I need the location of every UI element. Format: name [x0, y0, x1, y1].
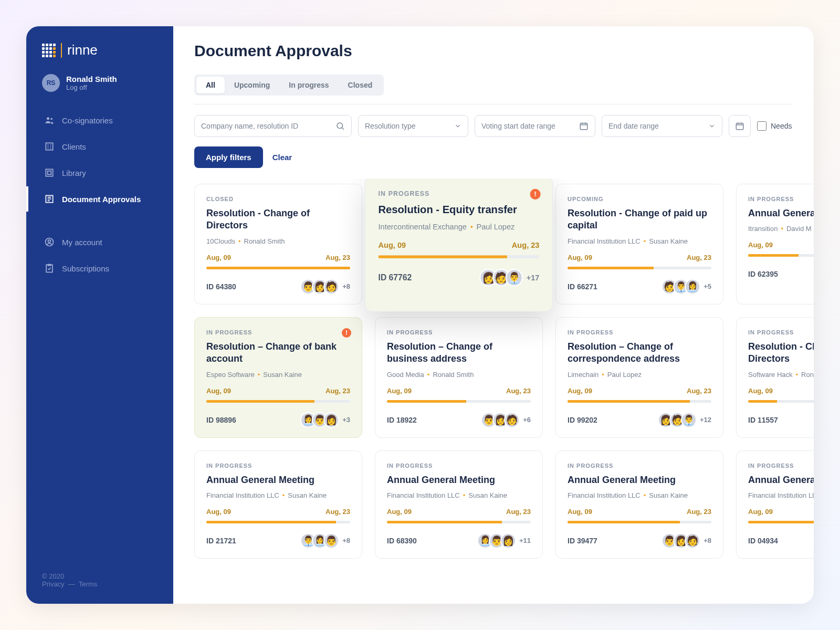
card-id: ID 62395 [748, 270, 778, 278]
card-id: ID 04934 [748, 537, 778, 545]
clear-filters-button[interactable]: Clear [272, 146, 292, 168]
terms-link[interactable]: Terms [79, 580, 97, 588]
calendar-button[interactable] [729, 115, 751, 137]
card-id: ID 11557 [748, 416, 778, 424]
chevron-down-icon [454, 122, 461, 130]
sidebar-item-cosignatories[interactable]: Co-signatories [26, 108, 173, 133]
date-range: Aug, 09Aug, 23 [748, 241, 814, 249]
sidebar-item-document-approvals[interactable]: Document Approvals [26, 186, 173, 212]
approval-card[interactable]: IN PROGRESS Resolution – Change of busin… [375, 317, 543, 438]
filter-actions: Apply filters Clear [173, 142, 814, 178]
needs-checkbox[interactable]: Needs [757, 115, 792, 137]
logo: rinne [26, 42, 173, 74]
status-label: IN PROGRESS [206, 463, 350, 469]
more-count: +8 [342, 537, 350, 544]
copyright: © 2020 [42, 572, 158, 580]
tab-upcoming[interactable]: Upcoming [225, 77, 279, 93]
card-id: ID 21721 [206, 537, 236, 545]
date-range: Aug, 09Aug, 23 [748, 387, 814, 395]
apply-filters-button[interactable]: Apply filters [194, 146, 263, 168]
search-input[interactable]: Company name, resolution ID [194, 115, 352, 137]
nav-label: Co-signatories [62, 116, 113, 125]
svg-point-7 [48, 240, 51, 243]
tab-closed[interactable]: Closed [339, 77, 382, 93]
nav-label: Document Approvals [62, 195, 141, 204]
approval-card[interactable]: CLOSED Resolution - Change of Directors … [194, 184, 362, 304]
user-block: RS Ronald Smith Log off [26, 74, 173, 108]
approval-card[interactable]: IN PROGRESS Annual General Meeting Itran… [736, 184, 814, 304]
svg-rect-3 [46, 169, 52, 176]
progress-bar [206, 400, 350, 403]
svg-point-9 [337, 123, 343, 129]
alert-icon: ! [342, 328, 351, 338]
approval-card[interactable]: IN PROGRESS Annual General Meeting Finan… [194, 450, 362, 559]
svg-point-0 [47, 117, 49, 120]
tab-all[interactable]: All [196, 77, 225, 93]
status-label: IN PROGRESS [748, 196, 814, 202]
status-label: IN PROGRESS [568, 329, 711, 335]
card-id: ID 66271 [568, 282, 597, 291]
page-title: Document Approvals [194, 42, 793, 60]
card-meta: Software Hack•Ronald [748, 371, 814, 379]
end-date-input[interactable]: End date range [602, 115, 722, 137]
card-meta: Financial Institution LLC•Susan Kaine [748, 491, 814, 499]
start-date-input[interactable]: Voting start date range [475, 115, 595, 137]
people-avatars: 👨‍💼👩‍💼👨 +8 [300, 533, 350, 549]
progress-bar [568, 521, 711, 523]
tab-in-progress[interactable]: In progress [279, 77, 338, 93]
approval-card[interactable]: UPCOMING Resolution - Change of paid up … [555, 184, 723, 304]
resolution-type-dropdown[interactable]: Resolution type [358, 115, 468, 137]
card-title: Resolution - Change of Directors [206, 207, 350, 232]
user-name: Ronald Smith [66, 75, 117, 83]
card-meta: Espeo Software•Susan Kaine [206, 371, 350, 379]
document-icon [44, 194, 55, 204]
avatar: 👩 [500, 533, 516, 549]
card-id: ID 18922 [387, 416, 417, 424]
approval-card[interactable]: IN PROGRESS Annual General Meeting Finan… [736, 450, 814, 559]
approval-card[interactable]: IN PROGRESS Resolution – Change of corre… [555, 317, 723, 438]
sidebar-item-my-account[interactable]: My account [26, 229, 173, 255]
card-meta: Itransition•David M [748, 225, 814, 233]
sidebar-item-library[interactable]: Library [26, 160, 173, 185]
needs-checkbox-input[interactable] [757, 121, 766, 131]
logo-icon [42, 44, 56, 57]
progress-bar [387, 521, 531, 523]
progress-bar [568, 400, 711, 403]
approval-card[interactable]: IN PROGRESS Annual General Meeting Finan… [375, 450, 543, 559]
date-range: Aug, 09Aug, 23 [568, 508, 711, 516]
status-label: UPCOMING [568, 196, 711, 202]
people-avatars: 🧑👨‍💼👩‍💼 +5 [662, 279, 711, 295]
progress-bar [568, 267, 711, 269]
sidebar-item-subscriptions[interactable]: Subscriptions [26, 256, 173, 281]
sidebar-item-clients[interactable]: Clients [26, 134, 173, 159]
more-count: +8 [704, 537, 711, 544]
nav: Co-signatories Clients Library Document … [26, 108, 173, 281]
more-count: +6 [523, 416, 531, 424]
more-count: +5 [704, 282, 711, 290]
card-meta: Good Media•Ronald Smith [387, 371, 531, 379]
card-title: Resolution – Change of correspondence ad… [568, 341, 711, 365]
privacy-link[interactable]: Privacy [42, 580, 65, 588]
status-label: IN PROGRESS [568, 463, 711, 469]
approval-card[interactable]: IN PROGRESS Resolution - Change of Direc… [736, 317, 814, 438]
people-avatars: 👩🧑👨‍💼 +17 [479, 269, 539, 287]
user-avatar: RS [42, 74, 60, 92]
progress-bar [379, 256, 540, 259]
people-avatars: 👩🧑👨‍💼 +12 [658, 412, 711, 428]
card-meta: Financial Institution LLC•Susan Kaine [568, 491, 711, 499]
date-range: Aug, 09Aug, 23 [748, 508, 814, 516]
more-count: +3 [342, 416, 350, 424]
card-meta: Financial Institution LLC•Susan Kaine [206, 491, 350, 499]
status-label: IN PROGRESS [748, 463, 814, 469]
main: Document Approvals All Upcoming In progr… [173, 26, 814, 604]
approval-card[interactable]: IN PROGRESS Annual General Meeting Finan… [555, 450, 723, 559]
account-icon [44, 237, 55, 247]
sidebar-footer: © 2020 Privacy — Terms [26, 572, 173, 588]
more-count: +17 [527, 274, 540, 282]
calendar-icon [579, 121, 589, 131]
approval-card[interactable]: ! IN PROGRESS Resolution – Change of ban… [194, 317, 362, 438]
logoff-link[interactable]: Log off [66, 83, 117, 91]
svg-rect-2 [46, 143, 52, 150]
card-id: ID 68390 [387, 537, 417, 545]
approval-card[interactable]: ! IN PROGRESS Resolution - Equity transf… [365, 178, 553, 312]
